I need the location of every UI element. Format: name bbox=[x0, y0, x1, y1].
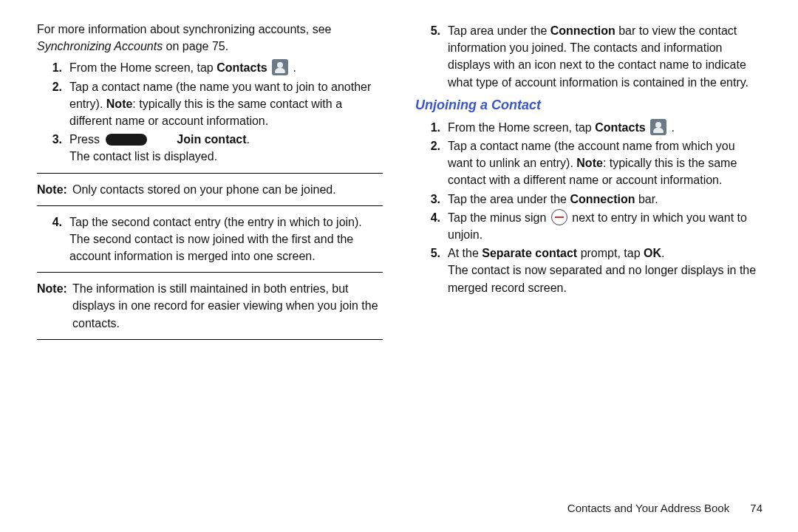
text: From the Home screen, tap bbox=[448, 121, 595, 134]
contacts-icon bbox=[650, 119, 666, 135]
page-number: 74 bbox=[750, 502, 763, 514]
text: Tap area under the bbox=[448, 24, 550, 37]
list-item: 2. Tap a contact name (the name you want… bbox=[37, 78, 383, 130]
note-body: Only contacts stored on your phone can b… bbox=[72, 181, 383, 198]
minus-icon bbox=[551, 209, 567, 225]
text: . bbox=[661, 247, 664, 259]
intro-paragraph: For more information about synchronizing… bbox=[37, 21, 383, 55]
step-body: Tap a contact name (the name you want to… bbox=[69, 78, 383, 130]
text: The contact list is displayed. bbox=[69, 150, 217, 163]
connection-label: Connection bbox=[550, 24, 615, 37]
left-column: For more information about synchronizing… bbox=[31, 21, 399, 517]
list-item: 2. Tap a contact name (the account name … bbox=[415, 137, 761, 189]
right-column: 5. Tap area under the Connection bar to … bbox=[399, 21, 767, 517]
contacts-icon bbox=[272, 59, 288, 75]
intro-text-a: For more information about synchronizing… bbox=[37, 23, 331, 35]
step-number: 4. bbox=[415, 209, 448, 226]
step-number: 1. bbox=[415, 119, 448, 136]
step-number: 1. bbox=[37, 59, 69, 76]
text: Tap the minus sign bbox=[448, 211, 550, 224]
join-contact-label: Join contact bbox=[177, 133, 246, 146]
text: prompt, tap bbox=[577, 247, 644, 259]
step-body: Tap a contact name (the account name fro… bbox=[448, 137, 761, 189]
step-number: 3. bbox=[37, 131, 69, 148]
text: bar. bbox=[635, 193, 658, 205]
note-body: The information is still maintained in b… bbox=[72, 280, 383, 332]
text: From the Home screen, tap bbox=[69, 61, 216, 74]
list-item: 5. Tap area under the Connection bar to … bbox=[415, 22, 761, 91]
note-label: Note: bbox=[37, 280, 72, 332]
ok-label: OK bbox=[644, 247, 661, 259]
step-number: 5. bbox=[415, 22, 448, 39]
divider bbox=[37, 339, 383, 340]
note-block: Note: The information is still maintaine… bbox=[37, 280, 383, 332]
list-item: 1. From the Home screen, tap Contacts . bbox=[37, 59, 383, 76]
text: The contact is now separated and no long… bbox=[448, 264, 756, 293]
step-body: From the Home screen, tap Contacts . bbox=[448, 119, 761, 136]
text: At the bbox=[448, 247, 482, 259]
list-item: 3. Tap the area under the Connection bar… bbox=[415, 191, 761, 208]
step-number: 5. bbox=[415, 245, 448, 262]
section-heading: Unjoining a Contact bbox=[415, 95, 761, 115]
footer-section: Contacts and Your Address Book bbox=[567, 502, 729, 514]
list-item: 5. At the Separate contact prompt, tap O… bbox=[415, 245, 761, 296]
text: Press bbox=[69, 133, 103, 146]
cross-reference: Synchronizing Accounts bbox=[37, 40, 163, 52]
step-body: At the Separate contact prompt, tap OK. … bbox=[448, 245, 761, 296]
unjoin-steps-list: 1. From the Home screen, tap Contacts . … bbox=[415, 119, 761, 296]
step-body: Tap area under the Connection bar to vie… bbox=[448, 22, 761, 91]
page-footer: Contacts and Your Address Book 74 bbox=[567, 502, 763, 514]
divider bbox=[37, 173, 383, 174]
inline-note-label: Note bbox=[576, 157, 603, 169]
contacts-label: Contacts bbox=[595, 121, 645, 134]
list-item: 1. From the Home screen, tap Contacts . bbox=[415, 119, 761, 136]
step-body: Tap the second contact entry (the entry … bbox=[69, 214, 383, 265]
step-body: Tap the minus sign next to entry in whic… bbox=[448, 209, 761, 243]
join-steps-list: 1. From the Home screen, tap Contacts . … bbox=[37, 59, 383, 165]
list-item: 4. Tap the minus sign next to entry in w… bbox=[415, 209, 761, 243]
note-label: Note: bbox=[37, 181, 72, 198]
text: . bbox=[668, 121, 675, 134]
separate-contact-label: Separate contact bbox=[482, 247, 577, 259]
contacts-label: Contacts bbox=[216, 61, 267, 74]
step-number: 4. bbox=[37, 214, 69, 231]
step-body: Tap the area under the Connection bar. bbox=[448, 191, 761, 208]
divider bbox=[37, 272, 383, 273]
text: Tap the area under the bbox=[448, 193, 570, 205]
menu-key-icon bbox=[106, 134, 147, 146]
note-block: Note: Only contacts stored on your phone… bbox=[37, 181, 383, 198]
text: . bbox=[290, 61, 296, 74]
join-steps-list-cont2: 5. Tap area under the Connection bar to … bbox=[415, 22, 761, 91]
join-steps-list-cont: 4. Tap the second contact entry (the ent… bbox=[37, 214, 383, 265]
step-body: From the Home screen, tap Contacts . bbox=[69, 59, 383, 76]
step-number: 2. bbox=[37, 78, 69, 95]
connection-label: Connection bbox=[570, 193, 635, 205]
step-body: Press Join contact. The contact list is … bbox=[69, 131, 383, 165]
divider bbox=[37, 205, 383, 206]
intro-text-b: on page 75. bbox=[163, 40, 228, 52]
text: . bbox=[247, 133, 250, 146]
inline-note-label: Note bbox=[106, 98, 133, 110]
step-number: 3. bbox=[415, 191, 448, 208]
list-item: 3. Press Join contact. The contact list … bbox=[37, 131, 383, 165]
manual-page: For more information about synchronizing… bbox=[0, 0, 798, 532]
list-item: 4. Tap the second contact entry (the ent… bbox=[37, 214, 383, 265]
step-number: 2. bbox=[415, 137, 448, 154]
